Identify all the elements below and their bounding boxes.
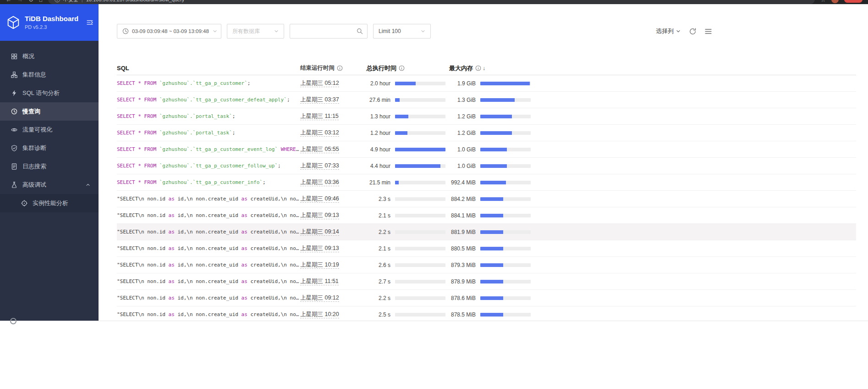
exec-time-cell: 27.6 min <box>367 97 449 103</box>
database-placeholder: 所有数据库 <box>232 28 260 35</box>
exec-time-bar <box>395 263 445 267</box>
sql-cell: "SELECT\n non.id as id,\n non.create_uid… <box>117 311 300 317</box>
sql-cell: SELECT * FROM `gzhushou`.`tt_ga_p_custom… <box>117 80 300 86</box>
limit-select[interactable]: Limit 100 <box>373 24 431 39</box>
slow-query-icon <box>11 108 17 115</box>
sidebar-item[interactable]: 流量可视化 <box>0 121 99 139</box>
sidebar-item[interactable]: 慢查询 <box>0 102 99 121</box>
exec-time-value: 1.2 hour <box>367 130 390 136</box>
memory-bar <box>480 263 531 267</box>
slow-query-table: SQL 结束运行时间 总执行时间 最大内存 ↓ <box>117 61 856 323</box>
memory-bar <box>480 247 531 250</box>
memory-bar <box>480 115 531 118</box>
memory-cell: 881.9 MiB <box>449 229 545 235</box>
table-row[interactable]: SELECT * FROM `gzhushou`.`portal_task`;上… <box>117 108 856 125</box>
home-icon[interactable]: ⌂ <box>39 0 43 3</box>
header-max-memory[interactable]: 最大内存 ↓ <box>449 64 545 72</box>
diagnostics-icon <box>11 145 17 151</box>
sql-cell: SELECT * FROM `gzhushou`.`tt_ga_p_custom… <box>117 163 300 169</box>
table-row[interactable]: SELECT * FROM `gzhushou`.`tt_ga_p_custom… <box>117 158 856 174</box>
table-header: SQL 结束运行时间 总执行时间 最大内存 ↓ <box>117 61 856 75</box>
sql-cell: "SELECT\n non.id as id,\n non.create_uid… <box>117 278 300 284</box>
memory-value: 881.9 MiB <box>449 229 476 235</box>
exec-time-value: 4.9 hour <box>367 146 390 153</box>
exec-time-cell: 1.3 hour <box>367 113 449 120</box>
memory-cell: 879.3 MiB <box>449 262 545 268</box>
table-row[interactable]: SELECT * FROM `gzhushou`.`tt_ga_p_custom… <box>117 75 856 92</box>
column-selector[interactable]: 选择列 <box>656 27 681 35</box>
exec-time-cell: 2.1 s <box>367 212 449 219</box>
search-input[interactable] <box>295 28 357 35</box>
table-row[interactable]: "SELECT\n non.id as id,\n non.create_uid… <box>117 207 856 224</box>
exec-time-value: 4.4 hour <box>367 163 390 169</box>
table-row[interactable]: "SELECT\n non.id as id,\n non.create_uid… <box>117 240 856 257</box>
end-time-cell: 上星期三 03:36 <box>300 178 367 186</box>
app-titles: TiDB Dashboard PD v5.2.3 <box>25 15 78 31</box>
database-select[interactable]: 所有数据库 <box>227 24 284 39</box>
sidebar-item-label: 流量可视化 <box>22 126 52 134</box>
exec-time-cell: 2.5 s <box>367 311 449 318</box>
info-icon <box>337 65 343 71</box>
time-range-value: 03-09 03:09:48 ~ 03-09 13:09:48 <box>132 28 209 34</box>
sidebar-item[interactable]: 集群诊断 <box>0 139 99 157</box>
chevron-up-icon <box>86 183 90 187</box>
time-range-picker[interactable]: 03-09 03:09:48 ~ 03-09 13:09:48 <box>117 24 221 39</box>
memory-cell: 878.5 MiB <box>449 311 545 318</box>
exec-time-bar <box>395 181 445 184</box>
table-row[interactable]: "SELECT\n non.id as id,\n non.create_uid… <box>117 257 856 273</box>
refresh-icon[interactable] <box>689 28 696 35</box>
reload-icon[interactable]: ↻ <box>28 0 33 3</box>
sidebar-item[interactable]: 实例性能分析 <box>0 194 99 212</box>
sidebar-item-label: 集群诊断 <box>22 144 46 152</box>
end-time-cell: 上星期三 11:51 <box>300 278 367 285</box>
header-exec-time[interactable]: 总执行时间 <box>367 64 449 72</box>
table-row[interactable]: "SELECT\n non.id as id,\n non.create_uid… <box>117 273 856 290</box>
header-sql[interactable]: SQL <box>117 65 300 72</box>
address-bar[interactable]: ! 不安全 | 10.100.96.61:2379/dashboard/#/sl… <box>48 0 815 4</box>
memory-cell: 992.4 MiB <box>449 179 545 186</box>
table-row[interactable]: SELECT * FROM `gzhushou`.`tt_ga_p_custom… <box>117 141 856 158</box>
memory-bar <box>480 197 531 201</box>
collapse-sidebar-icon[interactable] <box>87 19 93 26</box>
table-row[interactable]: SELECT * FROM `gzhushou`.`tt_ga_p_custom… <box>117 92 856 108</box>
memory-bar <box>480 82 531 85</box>
memory-bar <box>480 230 531 234</box>
sidebar-item[interactable]: 集群信息 <box>0 66 99 84</box>
end-time-cell: 上星期三 10:19 <box>300 261 367 269</box>
app-title: TiDB Dashboard <box>25 15 78 23</box>
sidebar-item-label: 集群信息 <box>22 71 46 79</box>
forward-icon[interactable]: → <box>17 0 23 3</box>
back-icon[interactable]: ← <box>5 0 11 3</box>
memory-cell: 1.2 GiB <box>449 113 545 120</box>
table-row[interactable]: "SELECT\n non.id as id,\n non.create_uid… <box>117 306 856 323</box>
memory-value: 992.4 MiB <box>449 179 476 186</box>
memory-value: 878.6 MiB <box>449 295 476 301</box>
table-row[interactable]: SELECT * FROM `gzhushou`.`portal_task`;上… <box>117 125 856 141</box>
exec-time-cell: 21.5 min <box>367 179 449 186</box>
memory-cell: 1.0 GiB <box>449 163 545 169</box>
exec-time-value: 1.3 hour <box>367 113 390 120</box>
table-row[interactable]: "SELECT\n non.id as id,\n non.create_uid… <box>117 224 856 240</box>
profile-avatar[interactable] <box>831 0 839 3</box>
browser-update-badge[interactable] <box>844 0 863 3</box>
exec-time-bar <box>395 197 445 201</box>
header-end-time[interactable]: 结束运行时间 <box>300 64 367 72</box>
exec-time-cell: 4.9 hour <box>367 146 449 153</box>
bookmark-star-icon[interactable]: ☆ <box>820 0 826 3</box>
table-menu-icon[interactable] <box>705 28 712 35</box>
table-row[interactable]: SELECT * FROM `gzhushou`.`tt_ga_p_custom… <box>117 174 856 191</box>
exec-time-cell: 2.2 s <box>367 229 449 235</box>
memory-value: 880.5 MiB <box>449 245 476 252</box>
table-row[interactable]: "SELECT\n non.id as id,\n non.create_uid… <box>117 191 856 207</box>
sidebar-item[interactable]: 概况 <box>0 47 99 66</box>
exec-time-bar <box>395 313 445 317</box>
sidebar-item[interactable]: 日志搜索 <box>0 157 99 176</box>
search-icon[interactable] <box>357 28 363 34</box>
exec-time-bar <box>395 280 445 283</box>
exec-time-bar <box>395 164 445 168</box>
end-time-cell: 上星期三 03:12 <box>300 129 367 137</box>
table-row[interactable]: "SELECT\n non.id as id,\n non.create_uid… <box>117 290 856 306</box>
memory-bar <box>480 280 531 283</box>
sidebar-item[interactable]: SQL 语句分析 <box>0 84 99 102</box>
sidebar-item[interactable]: 高级调试 <box>0 176 99 194</box>
